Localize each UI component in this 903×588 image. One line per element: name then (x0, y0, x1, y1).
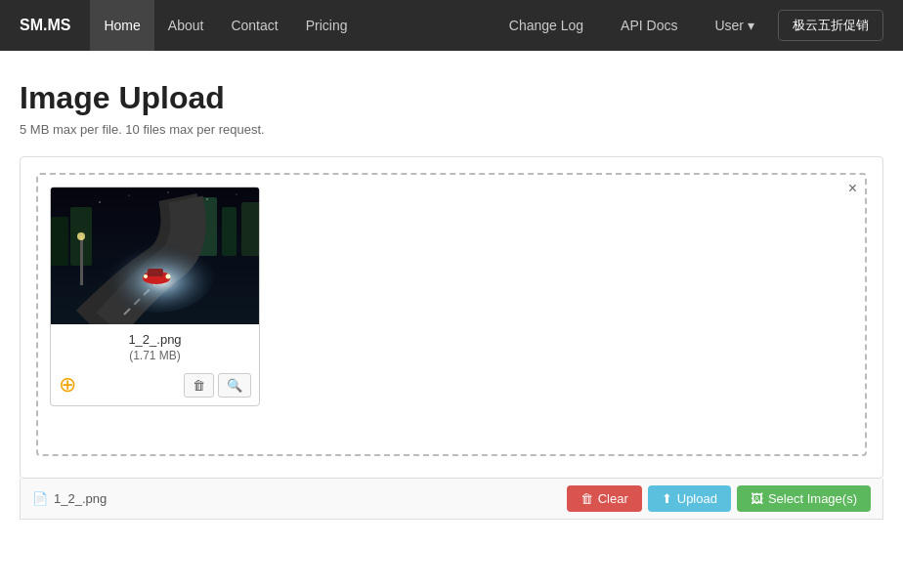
file-indicator: 📄 1_2_.png (32, 491, 567, 506)
trash-icon: 🗑 (193, 378, 205, 393)
svg-rect-4 (51, 217, 68, 266)
nav-home[interactable]: Home (90, 0, 153, 51)
svg-point-16 (167, 191, 168, 192)
image-actions: ⊕ 🗑 🔍 (51, 366, 259, 405)
nav-pricing[interactable]: Pricing (292, 0, 362, 51)
svg-point-15 (128, 194, 129, 195)
upload-container: × (20, 156, 883, 479)
svg-rect-2 (222, 207, 236, 256)
image-icon: 🖼 (751, 491, 763, 506)
svg-point-18 (236, 194, 237, 195)
preview-image (51, 188, 260, 324)
image-preview (51, 188, 260, 324)
image-info: 1_2_.png (1.71 MB) (51, 324, 259, 366)
image-filename: 1_2_.png (59, 332, 251, 347)
chevron-down-icon: ▾ (748, 18, 754, 33)
select-images-button[interactable]: 🖼 Select Image(s) (737, 485, 871, 512)
svg-point-10 (166, 274, 171, 279)
main-content: Image Upload 5 MB max per file. 10 files… (0, 51, 903, 539)
upload-dropzone[interactable]: × (36, 173, 867, 456)
svg-rect-3 (241, 202, 260, 256)
upload-icon: ⬆ (662, 491, 672, 506)
file-icon: 📄 (32, 491, 48, 506)
image-card: 1_2_.png (1.71 MB) ⊕ 🗑 🔍 (50, 187, 260, 406)
nav-right: Change Log API Docs User ▾ 极云五折促销 (495, 0, 883, 51)
bottom-buttons: 🗑 Clear ⬆ Upload 🖼 Select Image(s) (567, 485, 871, 512)
brand-logo[interactable]: SM.MS (20, 17, 70, 34)
zoom-icon: 🔍 (227, 378, 242, 393)
delete-button[interactable]: 🗑 (184, 373, 214, 398)
nav-contact[interactable]: Contact (217, 0, 291, 51)
close-button[interactable]: × (848, 181, 857, 196)
page-subtitle: 5 MB max per file. 10 files max per requ… (20, 122, 883, 137)
nav-links: Home About Contact Pricing (90, 0, 361, 51)
page-title: Image Upload (20, 80, 883, 116)
svg-point-13 (77, 232, 85, 240)
promo-button[interactable]: 极云五折促销 (778, 10, 883, 41)
clear-button[interactable]: 🗑 Clear (567, 485, 642, 512)
nav-apidocs[interactable]: API Docs (607, 0, 691, 51)
svg-rect-9 (148, 269, 163, 276)
add-icon: ⊕ (59, 372, 76, 397)
navbar: SM.MS Home About Contact Pricing Change … (0, 0, 903, 51)
nav-user[interactable]: User ▾ (701, 0, 768, 51)
svg-point-17 (206, 198, 208, 200)
bottom-bar: 📄 1_2_.png 🗑 Clear ⬆ Upload 🖼 Select Ima… (20, 479, 883, 520)
trash-icon: 🗑 (580, 491, 593, 506)
svg-point-14 (99, 201, 101, 203)
add-image-button[interactable]: ⊕ (59, 372, 76, 398)
selected-filename: 1_2_.png (54, 491, 107, 506)
svg-rect-12 (80, 236, 83, 285)
zoom-button[interactable]: 🔍 (218, 373, 251, 398)
image-filesize: (1.71 MB) (59, 349, 251, 362)
svg-point-11 (144, 274, 148, 278)
upload-button[interactable]: ⬆ Upload (648, 485, 731, 512)
nav-changelog[interactable]: Change Log (495, 0, 597, 51)
nav-about[interactable]: About (154, 0, 218, 51)
